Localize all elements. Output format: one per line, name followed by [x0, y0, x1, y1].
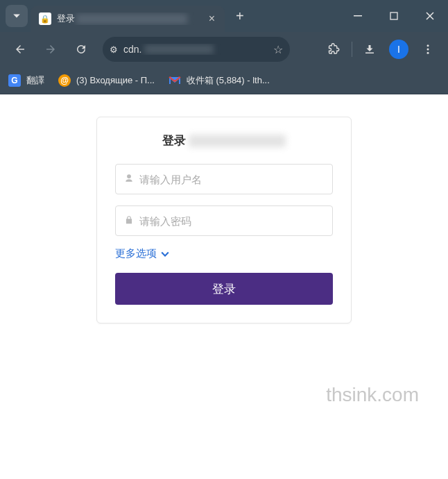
- window-close-button[interactable]: [412, 0, 448, 32]
- svg-rect-0: [354, 15, 362, 17]
- translate-icon: G: [8, 74, 21, 87]
- more-options-toggle[interactable]: 更多选项: [115, 247, 169, 260]
- page-title: 登录: [115, 133, 333, 149]
- bookmark-inbox-ru[interactable]: @ (3) Входящие - П...: [58, 74, 155, 87]
- window-maximize-button[interactable]: [376, 0, 412, 32]
- login-button[interactable]: 登录: [115, 273, 333, 305]
- more-options-label: 更多选项: [115, 247, 157, 260]
- window-titlebar: 🔒 登录 × +: [0, 0, 448, 32]
- extensions-icon[interactable]: [321, 36, 347, 62]
- forward-button[interactable]: [37, 36, 64, 62]
- tab-search-dropdown[interactable]: [6, 5, 28, 27]
- svg-rect-1: [390, 12, 397, 19]
- svg-point-4: [427, 52, 429, 54]
- bookmark-star-icon[interactable]: ☆: [273, 43, 283, 56]
- lock-icon: [124, 215, 139, 227]
- address-bar[interactable]: ⚙ cdn. ☆: [103, 37, 290, 62]
- user-icon: [124, 174, 139, 185]
- bookmark-gmail[interactable]: 收件箱 (5,884) - lth...: [169, 74, 270, 87]
- bookmark-label: 收件箱 (5,884) - lth...: [187, 74, 270, 87]
- profile-button[interactable]: I: [386, 36, 412, 62]
- login-card: 登录 更多选项 登录: [96, 117, 352, 323]
- password-input[interactable]: [139, 215, 324, 227]
- svg-point-2: [427, 44, 429, 47]
- bookmark-label: 翻譯: [26, 74, 44, 87]
- downloads-icon[interactable]: [356, 36, 383, 62]
- browser-tab-active[interactable]: 🔒 登录 ×: [31, 6, 225, 32]
- at-icon: @: [58, 74, 71, 87]
- menu-icon[interactable]: [415, 36, 441, 62]
- lock-icon: 🔒: [39, 12, 51, 25]
- watermark: thsink.com: [326, 384, 419, 406]
- bookmark-label: (3) Входящие - П...: [76, 75, 155, 85]
- site-settings-icon[interactable]: ⚙: [110, 44, 118, 55]
- page-content: 登录 更多选项 登录 thsink.com: [0, 94, 448, 479]
- toolbar-separator: [352, 42, 352, 57]
- chevron-down-icon: [161, 250, 169, 258]
- reload-button[interactable]: [68, 36, 94, 62]
- svg-point-3: [427, 49, 429, 51]
- window-minimize-button[interactable]: [340, 0, 376, 32]
- bookmarks-bar: G 翻譯 @ (3) Входящие - П... 收件箱 (5,884) -…: [0, 67, 448, 94]
- url-text: cdn.: [123, 44, 268, 55]
- password-field-wrapper: [115, 205, 333, 236]
- gmail-icon: [169, 74, 181, 87]
- browser-toolbar: ⚙ cdn. ☆ I: [0, 32, 448, 67]
- tab-title: 登录: [57, 12, 205, 25]
- back-button[interactable]: [7, 36, 33, 62]
- username-input[interactable]: [139, 174, 324, 185]
- bookmark-translate[interactable]: G 翻譯: [8, 74, 44, 87]
- close-tab-icon[interactable]: ×: [205, 11, 219, 26]
- new-tab-button[interactable]: +: [229, 6, 251, 27]
- username-field-wrapper: [115, 164, 333, 194]
